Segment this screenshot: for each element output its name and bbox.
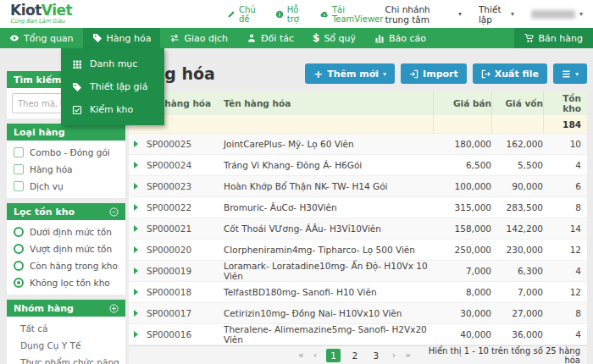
- product-name: Bromuric- ÂuCơ- H30Viên: [224, 202, 433, 212]
- brush-icon: [227, 10, 236, 19]
- product-group-item[interactable]: Dụng Cụ Y Tế: [7, 337, 125, 354]
- product-name: Theralene- Alimemazine5mg- Sanofi- H2Vx2…: [224, 324, 433, 345]
- expand-caret-icon[interactable]: [134, 331, 138, 338]
- menu-item-stocktake[interactable]: Kiểm kho: [61, 98, 164, 121]
- expand-caret-icon[interactable]: [134, 204, 138, 211]
- expand-caret-icon[interactable]: [134, 225, 138, 232]
- import-icon: [409, 69, 418, 79]
- table-row[interactable]: SP000017 Cetirizin10mg- Đồng Nai- H10Vx1…: [129, 303, 587, 324]
- table-row[interactable]: SP000024 Tráng Vi Khang- Đông Á- H6Gói 6…: [129, 155, 587, 176]
- product-stock: 4: [543, 329, 581, 339]
- teamviewer-link-label: Tải TeamViewer: [332, 5, 385, 24]
- expand-caret-icon[interactable]: [134, 183, 138, 190]
- checkbox-icon[interactable]: [14, 147, 24, 157]
- product-cost: 27,000: [491, 308, 543, 318]
- column-header-stock[interactable]: Tồn kho: [543, 91, 581, 115]
- grid-icon: [72, 59, 82, 69]
- theme-link[interactable]: Chủ đề: [227, 5, 262, 24]
- checkbox-icon[interactable]: [14, 164, 24, 174]
- product-group-item[interactable]: Tất cả: [7, 320, 125, 337]
- stock-filter-option[interactable]: Dưới định mức tồn: [7, 223, 125, 240]
- expand-caret-icon[interactable]: [134, 141, 138, 147]
- stock-filter-option-label: Dưới định mức tồn: [30, 227, 112, 237]
- user-menu[interactable]: ▾: [531, 10, 583, 19]
- nav-item-reports[interactable]: Báo cáo: [365, 28, 435, 48]
- table-row[interactable]: SP000025 JointCarePlus- Mỹ- Lọ 60 Viên 1…: [129, 134, 587, 155]
- table-row[interactable]: SP000021 Cốt Thoái VƯơng- ÁÂu- H3Vỉ10Viê…: [129, 218, 587, 240]
- nav-item-partners[interactable]: Đối tác: [237, 28, 303, 48]
- toolbar: + Thêm mới ▾ Import Xuất file ▾: [305, 63, 587, 84]
- stock-filter-header[interactable]: Lọc tồn kho: [7, 203, 125, 220]
- settings-menu[interactable]: Thiết lập ▾: [479, 4, 514, 25]
- import-button[interactable]: Import: [401, 63, 467, 84]
- nav-item-transactions[interactable]: Giao dịch: [160, 28, 237, 48]
- product-price: 7,000: [433, 266, 491, 276]
- product-type-option[interactable]: Combo - Đóng gói: [7, 144, 125, 161]
- last-page-icon[interactable]: »: [405, 350, 411, 361]
- product-type-header[interactable]: Loại hàng: [7, 124, 125, 141]
- product-price: 250,000: [433, 245, 491, 255]
- expand-caret-icon[interactable]: [134, 267, 138, 274]
- column-header-price[interactable]: Giá bán: [433, 91, 491, 115]
- page-number[interactable]: 1: [326, 349, 341, 362]
- product-cost: 283,500: [491, 202, 543, 212]
- radio-icon[interactable]: [14, 244, 24, 254]
- chevron-down-icon: ▾: [511, 10, 514, 18]
- table-row[interactable]: SP000018 TelfastBD180mg- Sanofi- H10 Viê…: [129, 282, 587, 303]
- product-code: SP000020: [142, 245, 224, 255]
- sell-button[interactable]: Bán hàng: [514, 28, 593, 48]
- column-header-cost[interactable]: Giá vốn: [491, 91, 543, 115]
- menu-item-label: Danh mục: [90, 58, 137, 69]
- page-number[interactable]: 2: [348, 350, 362, 361]
- product-type-option[interactable]: Dịch vụ: [7, 178, 125, 195]
- export-button[interactable]: Xuất file: [473, 63, 547, 84]
- next-page-icon[interactable]: ›: [392, 350, 396, 361]
- radio-icon[interactable]: [14, 227, 24, 237]
- table-row[interactable]: SP000022 Bromuric- ÂuCơ- H30Viên 315,000…: [129, 197, 587, 218]
- chevron-down-icon: ▾: [383, 70, 386, 78]
- page-number[interactable]: 3: [369, 350, 383, 361]
- product-group-header[interactable]: Nhóm hàng: [7, 300, 125, 317]
- radio-icon[interactable]: [14, 261, 24, 271]
- view-options-button[interactable]: ▾: [553, 63, 587, 84]
- product-type-panel: Loại hàng Combo - Đóng gói Hàng hóa Dịch…: [7, 124, 125, 198]
- nav-item-cashbook[interactable]: $ Sổ quỹ: [303, 28, 365, 48]
- product-group-item[interactable]: Thực phẩm chức năng: [7, 354, 125, 364]
- column-header-name[interactable]: Tên hàng hóa: [224, 98, 433, 108]
- radio-icon[interactable]: [14, 278, 24, 288]
- menu-item-price-setup[interactable]: Thiết lập giá: [61, 75, 164, 98]
- add-new-button[interactable]: + Thêm mới ▾: [305, 63, 395, 84]
- stock-filter-option[interactable]: Còn hàng trong kho: [7, 257, 125, 274]
- prev-page-icon[interactable]: ‹: [313, 350, 317, 361]
- product-code: SP000017: [142, 308, 224, 318]
- teamviewer-link[interactable]: Tải TeamViewer: [320, 5, 385, 24]
- product-cost: 5,500: [491, 160, 543, 170]
- nav-item-products[interactable]: Hàng hóa: [83, 28, 161, 48]
- table-row[interactable]: SP000016 Theralene- Alimemazine5mg- Sano…: [129, 324, 587, 345]
- product-name: TelfastBD180mg- Sanofi- H10 Viên: [224, 287, 433, 297]
- first-page-icon[interactable]: «: [298, 350, 304, 361]
- table-row[interactable]: SP000019 Loramark- Loratadine10mg- Ấn Độ…: [129, 261, 587, 282]
- support-link[interactable]: Hỗ trợ: [275, 5, 307, 24]
- add-circle-icon[interactable]: [109, 304, 119, 313]
- nav-item-label: Sổ quỹ: [324, 33, 356, 44]
- expand-caret-icon[interactable]: [134, 310, 138, 317]
- expand-caret-icon[interactable]: [134, 246, 138, 253]
- product-type-option[interactable]: Hàng hóa: [7, 161, 125, 178]
- branch-selector[interactable]: Chi nhánh trung tâm ▾: [385, 4, 461, 25]
- total-stock-value: 184: [543, 115, 581, 133]
- stock-filter-option[interactable]: Không lọc tồn kho: [7, 274, 125, 291]
- table-row[interactable]: SP000023 Hoàn Khớp Bổ Thận NK- TW- H14 G…: [129, 176, 587, 197]
- expand-caret-icon[interactable]: [134, 162, 138, 168]
- product-code: SP000021: [142, 223, 224, 234]
- support-link-label: Hỗ trợ: [287, 5, 307, 24]
- menu-item-categories[interactable]: Danh mục: [61, 52, 164, 75]
- stock-filter-option[interactable]: Vượt định mức tồn: [7, 240, 125, 257]
- products-dropdown-menu: Danh mục Thiết lập giá Kiểm kho: [61, 48, 164, 125]
- expand-caret-icon[interactable]: [134, 289, 138, 295]
- table-row[interactable]: SP000020 Clorpheniramin4mg- Tipharco- Lọ…: [129, 240, 587, 261]
- checkbox-icon[interactable]: [14, 181, 24, 191]
- exchange-icon: [169, 33, 180, 43]
- collapse-up-icon[interactable]: [109, 207, 119, 217]
- nav-item-overview[interactable]: Tổng quan: [0, 28, 83, 48]
